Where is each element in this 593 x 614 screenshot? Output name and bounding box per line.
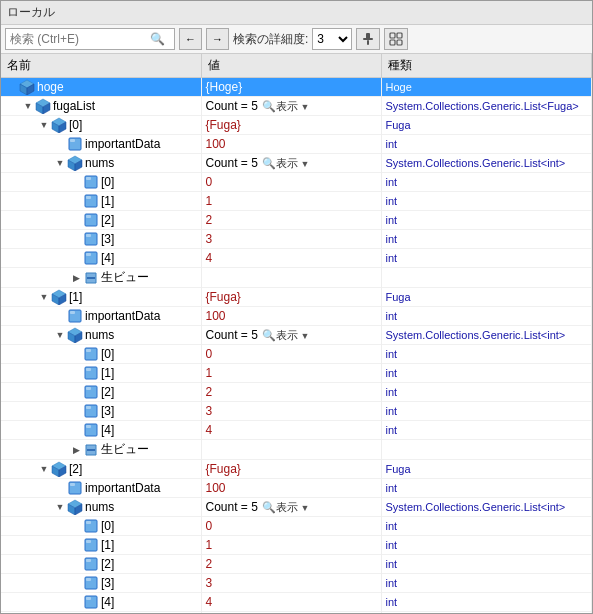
magnify-button[interactable]: 🔍表示: [262, 99, 298, 114]
magnify-button[interactable]: 🔍表示: [262, 156, 298, 171]
table-row[interactable]: [0]0int: [1, 517, 592, 536]
row-value: Count = 5: [206, 99, 258, 113]
svg-rect-6: [397, 40, 402, 45]
row-value: 2: [206, 557, 213, 571]
table-row[interactable]: [4]4int: [1, 249, 592, 268]
value-cell: [201, 440, 381, 460]
table-row[interactable]: ▼numsCount = 5🔍表示 ▼System.Collections.Ge…: [1, 154, 592, 173]
table-row[interactable]: importantData100int: [1, 307, 592, 326]
object-icon: [67, 499, 83, 515]
row-value: 2: [206, 213, 213, 227]
table-row[interactable]: [4]4int: [1, 421, 592, 440]
table-row[interactable]: [4]4int: [1, 593, 592, 612]
table-row[interactable]: [2]2int: [1, 211, 592, 230]
expand-btn[interactable]: ▶: [69, 443, 83, 457]
name-cell: ▼nums: [1, 498, 201, 517]
value-cell: 0: [201, 173, 381, 192]
table-row[interactable]: ▼numsCount = 5🔍表示 ▼System.Collections.Ge…: [1, 326, 592, 345]
expand-btn[interactable]: ▼: [37, 290, 51, 304]
row-name: [0]: [101, 175, 114, 189]
magnify-button[interactable]: 🔍表示: [262, 500, 298, 515]
expand-btn[interactable]: ▼: [37, 462, 51, 476]
name-cell: [1]: [1, 364, 201, 383]
name-cell: ▶生ビュー: [1, 440, 201, 460]
table-row[interactable]: [3]3int: [1, 230, 592, 249]
table-row[interactable]: importantData100int: [1, 479, 592, 498]
table-row[interactable]: [0]0int: [1, 173, 592, 192]
table-row[interactable]: ▶生ビュー: [1, 268, 592, 288]
dropdown-arrow[interactable]: ▼: [298, 503, 309, 513]
magnify-button[interactable]: 🔍表示: [262, 328, 298, 343]
row-name: nums: [85, 328, 114, 342]
table-row[interactable]: hoge{Hoge}Hoge: [1, 78, 592, 97]
expand-btn[interactable]: ▼: [37, 118, 51, 132]
type-cell: Fuga: [381, 460, 592, 479]
svg-rect-57: [70, 483, 75, 486]
row-name: [2]: [101, 385, 114, 399]
table-row[interactable]: [1]1int: [1, 536, 592, 555]
object-icon: [83, 365, 99, 381]
name-cell: [1]: [1, 536, 201, 555]
value-cell: {Hoge}: [201, 78, 381, 97]
locals-table: 名前 値 種類 hoge{Hoge}Hoge▼fugaListCount = 5…: [1, 54, 592, 613]
row-name: importantData: [85, 137, 160, 151]
row-name: nums: [85, 156, 114, 170]
object-icon: [83, 556, 99, 572]
dropdown-arrow[interactable]: ▼: [298, 102, 309, 112]
search-box[interactable]: 🔍: [5, 28, 175, 50]
table-row[interactable]: [1]1int: [1, 364, 592, 383]
pin-icon-btn[interactable]: [356, 28, 380, 50]
table-row[interactable]: ▶生ビュー: [1, 612, 592, 614]
back-button[interactable]: ←: [179, 28, 202, 50]
table-row[interactable]: [3]3int: [1, 574, 592, 593]
name-cell: ▶生ビュー: [1, 268, 201, 288]
object-icon: [83, 212, 99, 228]
type-cell: System.Collections.Generic.List<int>: [381, 154, 592, 173]
type-cell: int: [381, 421, 592, 440]
svg-rect-62: [86, 521, 91, 524]
table-row[interactable]: ▼[2]{Fuga}Fuga: [1, 460, 592, 479]
name-cell: ▼nums: [1, 326, 201, 345]
table-row[interactable]: [2]2int: [1, 383, 592, 402]
expand-btn[interactable]: ▼: [53, 156, 67, 170]
name-cell: [4]: [1, 421, 201, 440]
type-cell: int: [381, 383, 592, 402]
table-row[interactable]: ▼fugaListCount = 5🔍表示 ▼System.Collection…: [1, 97, 592, 116]
detail-select[interactable]: 1 2 3 4 5: [312, 28, 352, 50]
value-cell: 4: [201, 593, 381, 612]
type-cell: int: [381, 345, 592, 364]
table-row[interactable]: [2]2int: [1, 555, 592, 574]
object-icon: [83, 442, 99, 458]
value-cell: 2: [201, 211, 381, 230]
dropdown-arrow[interactable]: ▼: [298, 331, 309, 341]
table-row[interactable]: ▼[0]{Fuga}Fuga: [1, 116, 592, 135]
search-icon[interactable]: 🔍: [150, 32, 165, 46]
row-name: [4]: [101, 251, 114, 265]
name-cell: hoge: [1, 78, 201, 97]
row-name: [0]: [101, 347, 114, 361]
svg-rect-5: [390, 40, 395, 45]
svg-rect-48: [86, 406, 91, 409]
table-row[interactable]: importantData100int: [1, 135, 592, 154]
expand-btn[interactable]: ▼: [53, 500, 67, 514]
table-row[interactable]: [3]3int: [1, 402, 592, 421]
search-input[interactable]: [10, 32, 150, 46]
name-cell: ▶生ビュー: [1, 612, 201, 614]
dropdown-arrow[interactable]: ▼: [298, 159, 309, 169]
value-cell: {Fuga}: [201, 288, 381, 307]
value-cell: 2: [201, 383, 381, 402]
table-row[interactable]: ▼[1]{Fuga}Fuga: [1, 288, 592, 307]
row-name: [0]: [69, 118, 82, 132]
forward-button[interactable]: →: [206, 28, 229, 50]
expand-btn[interactable]: ▼: [21, 99, 35, 113]
type-cell: [381, 612, 592, 614]
object-icon: [83, 231, 99, 247]
expand-btn[interactable]: ▼: [53, 328, 67, 342]
table-row[interactable]: [1]1int: [1, 192, 592, 211]
table-row[interactable]: ▶生ビュー: [1, 440, 592, 460]
expand-icon-btn[interactable]: [384, 28, 408, 50]
value-cell: 1: [201, 536, 381, 555]
table-row[interactable]: ▼numsCount = 5🔍表示 ▼System.Collections.Ge…: [1, 498, 592, 517]
expand-btn[interactable]: ▶: [69, 271, 83, 285]
table-row[interactable]: [0]0int: [1, 345, 592, 364]
